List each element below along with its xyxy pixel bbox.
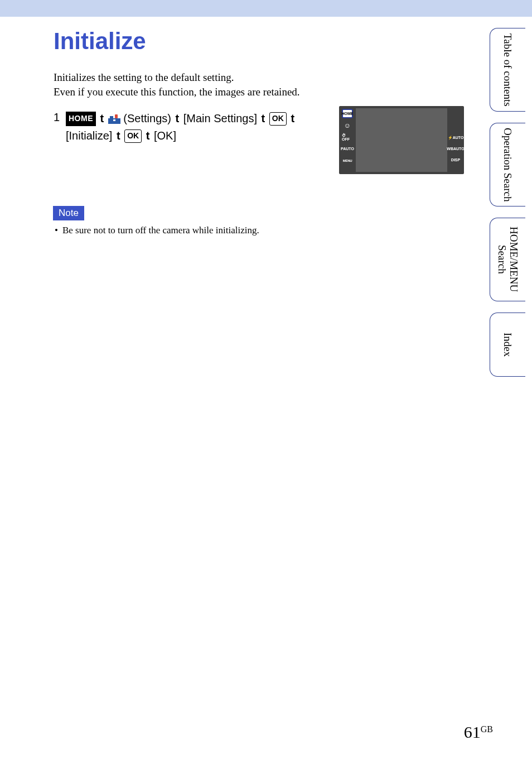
- arrow-icon: t: [115, 129, 122, 142]
- arrow-icon: t: [99, 112, 105, 124]
- sidetab-label: Index: [502, 333, 514, 357]
- camera-flash-icon: ⚡AUTO: [450, 133, 461, 142]
- ok-icon: OK: [269, 112, 287, 126]
- side-tabs: Table of contents Operation Search HOME/…: [490, 28, 525, 377]
- arrow-icon: t: [289, 112, 296, 124]
- sidetab-label: Operation Search: [502, 128, 514, 201]
- ok-icon: OK: [124, 129, 142, 143]
- camera-screen-illustration: HOME ☺ ⏱OFF PAUTO MENU ⚡AUTO WBAUTO DISP: [339, 106, 464, 174]
- settings-icon: [108, 114, 120, 124]
- sidetab-toc[interactable]: Table of contents: [490, 28, 525, 112]
- step-number: 1: [54, 111, 60, 124]
- sidetab-label: Table of contents: [502, 33, 514, 107]
- main-settings-label: [Main Settings]: [183, 112, 260, 124]
- page-number: 61GB: [464, 723, 493, 742]
- sidetab-home-menu-search[interactable]: HOME/MENU Search: [490, 218, 525, 301]
- camera-left-icons: HOME ☺ ⏱OFF PAUTO MENU: [342, 109, 353, 165]
- sidetab-operation-search[interactable]: Operation Search: [490, 123, 525, 206]
- final-ok-label: [OK]: [154, 129, 176, 142]
- page-title: Initialize: [54, 28, 499, 55]
- page-number-value: 61: [464, 723, 481, 741]
- camera-pauto-icon: PAUTO: [342, 144, 353, 153]
- intro-text: Initializes the setting to the default s…: [54, 70, 499, 99]
- camera-inner-screen: [356, 108, 447, 172]
- arrow-icon: t: [145, 129, 151, 142]
- camera-smile-icon: ☺: [342, 121, 353, 130]
- svg-rect-3: [113, 119, 115, 121]
- camera-timer-icon: ⏱OFF: [342, 132, 353, 142]
- arrow-icon: t: [260, 112, 267, 124]
- camera-home-icon: HOME: [342, 109, 353, 118]
- note-list: Be sure not to turn off the camera while…: [54, 225, 499, 236]
- settings-label: (Settings): [123, 112, 174, 124]
- top-bar: [0, 0, 532, 17]
- intro-line-1: Initializes the setting to the default s…: [54, 70, 499, 85]
- sidetab-index[interactable]: Index: [490, 313, 525, 377]
- initialize-label: [Initialize]: [66, 129, 115, 142]
- camera-menu-icon: MENU: [342, 156, 353, 165]
- intro-line-2: Even if you execute this function, the i…: [54, 85, 499, 99]
- camera-wb-icon: WBAUTO: [450, 144, 461, 153]
- camera-disp-icon: DISP: [450, 155, 461, 165]
- sidetab-label: HOME/MENU Search: [496, 218, 520, 301]
- svg-rect-2: [115, 114, 118, 118]
- home-icon: HOME: [66, 112, 96, 126]
- arrow-icon: t: [175, 112, 181, 124]
- page-number-suffix: GB: [481, 724, 493, 734]
- note-label: Note: [53, 206, 84, 220]
- note-item: Be sure not to turn off the camera while…: [55, 225, 499, 236]
- step-text: HOME t (Settings) t [Main Settings] t OK…: [66, 110, 339, 145]
- camera-right-icons: ⚡AUTO WBAUTO DISP: [450, 133, 461, 165]
- svg-rect-1: [110, 116, 113, 118]
